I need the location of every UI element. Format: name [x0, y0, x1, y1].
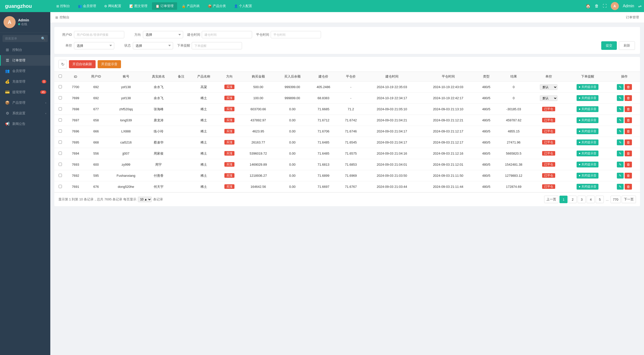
close-alert-button[interactable]: ● 关闭提示音 [577, 106, 598, 112]
row-checkbox[interactable] [54, 148, 66, 159]
single-select-row[interactable]: 默认 [540, 95, 557, 101]
row-select-checkbox[interactable] [59, 163, 62, 166]
sidebar-item-dashboard[interactable]: ⊞ 控制台 [0, 45, 50, 55]
edit-button[interactable]: ✎ [617, 106, 624, 112]
close-time-input[interactable] [271, 31, 321, 38]
sidebar-item-news[interactable]: 📢 新闻公告 [0, 119, 50, 129]
single-select-row[interactable]: 默认 [540, 84, 557, 90]
page-1-button[interactable]: 1 [559, 196, 568, 203]
refresh-icon-button[interactable]: ↻ [58, 60, 67, 68]
row-select-checkbox[interactable] [59, 185, 62, 188]
row-checkbox[interactable] [54, 181, 66, 192]
sidebar-item-settings[interactable]: ⚙ 系统设置 ‹ [0, 108, 50, 119]
trash-icon[interactable]: 🗑 [595, 4, 599, 8]
home-icon[interactable]: 🏠 [586, 4, 591, 9]
fullscreen-icon[interactable]: ⛶ [603, 4, 607, 8]
delete-button[interactable]: 🗑 [625, 139, 632, 145]
nav-item-dashboard[interactable]: ⊞ 控制台 [53, 2, 73, 10]
delete-button[interactable]: 🗑 [625, 128, 632, 134]
edit-button[interactable]: ✎ [617, 184, 624, 190]
row-checkbox[interactable] [54, 82, 66, 93]
prev-page-button[interactable]: 上一页 [544, 196, 558, 203]
sidebar-search[interactable]: 🔍 [3, 35, 48, 42]
delete-button[interactable]: 🗑 [625, 106, 632, 112]
sidebar-item-recharge[interactable]: 💰 充值管理 0 [0, 76, 50, 87]
sidebar-item-products[interactable]: 📦 产品管理 ‹ [0, 97, 50, 108]
page-2-button[interactable]: 2 [569, 196, 577, 203]
order-reminder-input[interactable] [192, 42, 242, 49]
delete-button[interactable]: 🗑 [625, 184, 632, 190]
select-all-checkbox[interactable] [59, 75, 62, 78]
row-checkbox[interactable] [54, 159, 66, 170]
delete-button[interactable]: 🗑 [625, 162, 632, 167]
page-770-button[interactable]: 770 [611, 196, 621, 203]
row-select-checkbox[interactable] [59, 96, 62, 99]
close-alert-button[interactable]: ● 关闭提示音 [577, 84, 598, 90]
nav-item-orders[interactable]: 📋 订单管理 [152, 2, 177, 10]
nav-item-personal[interactable]: 👤 个人配置 [230, 2, 256, 10]
refresh-button[interactable]: 刷新 [619, 41, 635, 50]
status-label: 状态 [118, 43, 131, 48]
table-row: 7691 676 dong520he 何天宇 稀土 买涨 164642.56 0… [54, 181, 640, 192]
sidebar-item-orders[interactable]: ☰ 订单管理 [0, 55, 50, 66]
row-select-checkbox[interactable] [59, 107, 62, 111]
sidebar-item-members[interactable]: 👥 会员管理 [0, 66, 50, 76]
auto-refresh-button[interactable]: 开启自动刷新 [69, 60, 96, 68]
edit-button[interactable]: ✎ [617, 84, 624, 90]
status-select[interactable]: 选择 [133, 42, 173, 49]
nav-item-site-config[interactable]: ⚙ 网站配置 [101, 2, 125, 10]
delete-button[interactable]: 🗑 [625, 173, 632, 179]
edit-button[interactable]: ✎ [617, 162, 624, 167]
row-checkbox[interactable] [54, 170, 66, 181]
nav-item-products[interactable]: 🔒 产品列表 [178, 2, 203, 10]
close-alert-button[interactable]: ● 关闭提示音 [577, 162, 598, 167]
user-id-label: 用户ID [59, 32, 72, 37]
submit-button[interactable]: 提交 [601, 41, 617, 50]
nav-item-members[interactable]: 👥 会员管理 [74, 2, 100, 10]
direction-select[interactable]: 选择 买涨 买跌 [143, 31, 183, 38]
close-alert-button[interactable]: ● 关闭提示音 [577, 173, 598, 179]
close-alert-button[interactable]: ● 关闭提示音 [577, 128, 598, 134]
edit-button[interactable]: ✎ [617, 128, 624, 134]
close-alert-button[interactable]: ● 关闭提示音 [577, 184, 598, 190]
sidebar-item-withdrawal[interactable]: 💳 提现管理 45 [0, 87, 50, 97]
edit-button[interactable]: ✎ [617, 173, 624, 179]
row-checkbox[interactable] [54, 115, 66, 126]
row-select-checkbox[interactable] [59, 129, 62, 133]
edit-button[interactable]: ✎ [617, 117, 624, 123]
delete-button[interactable]: 🗑 [625, 151, 632, 156]
row-select-checkbox[interactable] [59, 140, 62, 144]
delete-button[interactable]: 🗑 [625, 95, 632, 101]
page-5-button[interactable]: 5 [596, 196, 604, 203]
nav-item-categories[interactable]: 📦 产品分类 [204, 2, 229, 10]
single-select[interactable]: 选择 [74, 42, 114, 49]
edit-button[interactable]: ✎ [617, 139, 624, 145]
page-4-button[interactable]: 4 [587, 196, 595, 203]
close-alert-button[interactable]: ● 关闭提示音 [577, 95, 598, 101]
nav-item-content[interactable]: 📝 图文管理 [126, 2, 151, 10]
close-alert-button[interactable]: ● 关闭提示音 [577, 151, 598, 156]
row-checkbox[interactable] [54, 126, 66, 137]
row-select-checkbox[interactable] [59, 152, 62, 155]
row-checkbox[interactable] [54, 137, 66, 148]
open-time-input[interactable] [202, 31, 252, 38]
row-select-checkbox[interactable] [59, 85, 62, 88]
delete-button[interactable]: 🗑 [625, 84, 632, 90]
row-id: 7691 [66, 181, 85, 192]
alert-button[interactable]: 开启提示音 [98, 60, 121, 68]
edit-button[interactable]: ✎ [617, 151, 624, 156]
next-page-button[interactable]: 下一页 [622, 196, 636, 203]
page-size-select[interactable]: 10 ▲ 20 50 [138, 197, 152, 202]
sidebar-search-input[interactable] [5, 37, 39, 40]
edit-button[interactable]: ✎ [617, 95, 624, 101]
close-alert-button[interactable]: ● 关闭提示音 [577, 139, 598, 145]
delete-button[interactable]: 🗑 [625, 117, 632, 123]
row-checkbox[interactable] [54, 93, 66, 104]
share-icon[interactable]: ⇌ [638, 4, 641, 9]
page-3-button[interactable]: 3 [578, 196, 586, 203]
close-alert-button[interactable]: ● 关闭提示音 [577, 117, 598, 123]
user-id-input[interactable] [74, 31, 124, 38]
row-select-checkbox[interactable] [59, 174, 62, 177]
row-checkbox[interactable] [54, 104, 66, 115]
row-select-checkbox[interactable] [59, 118, 62, 122]
